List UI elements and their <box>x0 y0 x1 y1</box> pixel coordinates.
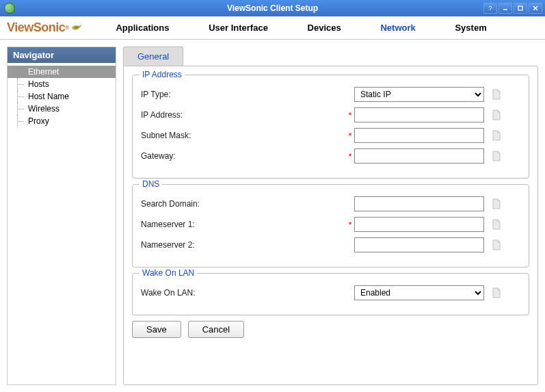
gateway-input[interactable] <box>354 148 484 164</box>
window-title: ViewSonic Client Setup <box>227 3 318 13</box>
svg-rect-2 <box>518 6 522 10</box>
nameserver1-label: Nameserver 1: <box>141 220 346 229</box>
sidebar-tree: Ethernet Hosts Host Name Wireless Proxy <box>8 63 116 130</box>
topnav-devices[interactable]: Devices <box>302 20 347 36</box>
dns-group: DNS Search Domain: Nameserver 1: * Names… <box>132 184 529 267</box>
subnet-mask-row: Subnet Mask: * <box>141 127 520 144</box>
svg-text:?: ? <box>488 5 492 12</box>
file-icon[interactable] <box>490 149 503 163</box>
brand-logo: ViewSonic® <box>7 21 83 35</box>
sidebar-item-wireless[interactable]: Wireless <box>8 103 116 115</box>
navigator-sidebar: Navigator Ethernet Hosts Host Name Wirel… <box>7 47 116 385</box>
ip-address-row: IP Address: * <box>141 107 520 123</box>
subnet-mask-input[interactable] <box>354 128 484 143</box>
search-domain-label: Search Domain: <box>141 199 346 209</box>
save-button[interactable]: Save <box>132 321 181 338</box>
window-close-button[interactable] <box>529 3 542 14</box>
file-icon[interactable] <box>490 88 503 101</box>
main-area: Navigator Ethernet Hosts Host Name Wirel… <box>0 40 545 392</box>
window-maximize-button[interactable] <box>514 3 527 14</box>
wol-row: Wake On LAN: Enabled <box>141 285 520 301</box>
sidebar-item-host-name[interactable]: Host Name <box>8 90 116 103</box>
brand-registered: ® <box>65 25 68 31</box>
topnav-user-interface[interactable]: User Interface <box>203 20 274 36</box>
bird-icon <box>70 22 83 34</box>
content-area: General IP Address IP Type: Static IP IP… <box>123 47 538 385</box>
nameserver2-input[interactable] <box>354 237 484 252</box>
cancel-button[interactable]: Cancel <box>188 321 244 338</box>
brand-name: ViewSonic <box>7 21 65 35</box>
ip-type-select[interactable]: Static IP <box>354 87 484 102</box>
tab-general[interactable]: General <box>123 47 183 66</box>
button-row: Save Cancel <box>132 321 529 338</box>
ip-type-row: IP Type: Static IP <box>141 86 520 103</box>
top-nav: ViewSonic® Applications User Interface D… <box>0 16 545 40</box>
topnav-applications[interactable]: Applications <box>110 20 174 36</box>
file-icon[interactable] <box>490 286 503 300</box>
gateway-label: Gateway: <box>141 151 346 161</box>
general-panel: IP Address IP Type: Static IP IP Address… <box>123 66 538 385</box>
sidebar-item-ethernet[interactable]: Ethernet <box>8 66 116 78</box>
nameserver1-required: * <box>346 220 354 230</box>
gateway-row: Gateway: * <box>141 148 520 164</box>
nameserver1-input[interactable] <box>354 217 484 232</box>
topnav-items: Applications User Interface Devices Netw… <box>96 20 507 36</box>
wol-legend: Wake On LAN <box>139 268 197 278</box>
window-controls: ? <box>483 3 545 14</box>
ip-address-legend: IP Address <box>139 70 185 79</box>
sidebar-item-hosts[interactable]: Hosts <box>8 78 116 90</box>
wol-select[interactable]: Enabled <box>354 285 484 300</box>
file-icon[interactable] <box>490 129 503 142</box>
ip-address-required: * <box>346 110 354 120</box>
file-icon[interactable] <box>490 197 503 211</box>
nameserver2-row: Nameserver 2: <box>141 237 520 253</box>
wol-label: Wake On LAN: <box>141 288 346 298</box>
ip-address-input[interactable] <box>354 107 484 122</box>
file-icon[interactable] <box>490 218 503 231</box>
ip-type-label: IP Type: <box>141 90 346 99</box>
nameserver1-row: Nameserver 1: * <box>141 216 520 233</box>
gateway-required: * <box>346 151 354 161</box>
ip-address-group: IP Address IP Type: Static IP IP Address… <box>132 75 529 179</box>
dns-legend: DNS <box>139 179 162 189</box>
nameserver2-label: Nameserver 2: <box>141 240 346 250</box>
sidebar-item-proxy[interactable]: Proxy <box>8 115 116 127</box>
file-icon[interactable] <box>490 238 503 252</box>
wol-group: Wake On LAN Wake On LAN: Enabled <box>132 273 529 315</box>
window-help-button[interactable]: ? <box>483 3 497 14</box>
search-domain-row: Search Domain: <box>141 196 520 212</box>
subnet-mask-required: * <box>346 131 354 141</box>
tab-bar: General <box>123 47 538 66</box>
window-minimize-button[interactable] <box>499 3 512 14</box>
app-orb-icon <box>4 3 15 14</box>
sidebar-header: Navigator <box>8 47 116 63</box>
ip-address-label: IP Address: <box>141 110 346 120</box>
file-icon[interactable] <box>490 108 503 122</box>
search-domain-input[interactable] <box>354 196 484 211</box>
topnav-network[interactable]: Network <box>375 20 421 36</box>
subnet-mask-label: Subnet Mask: <box>141 131 346 140</box>
window-titlebar: ViewSonic Client Setup ? <box>0 0 545 16</box>
topnav-system[interactable]: System <box>449 20 492 36</box>
